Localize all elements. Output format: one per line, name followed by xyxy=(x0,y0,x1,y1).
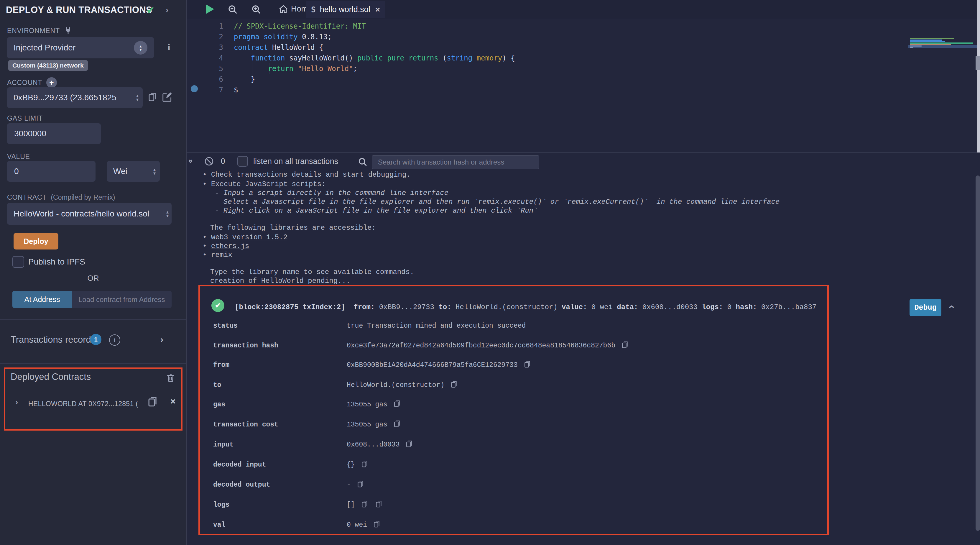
page-scrollbar-thumb[interactable] xyxy=(975,175,980,531)
terminal-log-line: • web3 version 1.5.2 xyxy=(202,233,288,241)
divider xyxy=(0,363,186,364)
close-tab-icon[interactable]: × xyxy=(375,5,380,14)
tx-summary[interactable]: [block:23082875 txIndex:2] from: 0xBB9..… xyxy=(235,303,816,311)
remove-contract-icon[interactable]: × xyxy=(170,396,176,406)
minimap[interactable] xyxy=(910,38,977,50)
web3-link[interactable]: web3 version 1.5.2 xyxy=(211,233,288,241)
listen-transactions-label: listen on all transactions xyxy=(253,157,338,166)
publish-ipfs-checkbox[interactable] xyxy=(13,256,24,268)
copy-icon[interactable] xyxy=(393,422,402,430)
panel-title: DEPLOY & RUN TRANSACTIONS xyxy=(6,5,152,15)
edit-account-icon[interactable] xyxy=(162,91,173,103)
tx-row-val: val0 wei xyxy=(213,520,381,531)
code-line: 7 $ xyxy=(187,84,238,95)
editor-scrollbar-thumb[interactable] xyxy=(975,56,980,70)
plug-icon xyxy=(64,27,72,35)
deployed-contract-expand-icon[interactable]: › xyxy=(15,398,18,407)
terminal-log-line: - Select a Javascript file in the file e… xyxy=(215,198,780,206)
search-icon xyxy=(358,157,368,167)
at-address-button[interactable]: At Address xyxy=(13,291,72,308)
terminal-log-line: - Right click on a JavaScript file in th… xyxy=(215,207,538,215)
copy-icon[interactable] xyxy=(360,503,369,510)
tx-row-gas: gas135055 gas xyxy=(213,399,402,410)
select-caret-icon: ▴▾ xyxy=(134,41,147,54)
zoom-out-icon[interactable] xyxy=(228,4,238,15)
copy-account-icon[interactable] xyxy=(147,91,158,103)
add-account-icon[interactable]: + xyxy=(46,77,57,88)
code-line: 3 contract HelloWorld { xyxy=(187,42,323,53)
tx-row-to: toHelloWorld.(constructor) xyxy=(213,380,458,391)
ethers-link[interactable]: ethers.js xyxy=(211,242,250,250)
deployed-contract-item[interactable]: HELLOWORLD AT 0X972...12851 ( xyxy=(28,400,138,408)
copy-icon[interactable] xyxy=(372,523,381,531)
environment-select[interactable]: Injected Provider ▴▾ xyxy=(7,37,154,58)
transactions-expand-icon[interactable]: › xyxy=(161,335,163,344)
compile-success-icon: ✔ xyxy=(146,5,154,16)
terminal-log-line: • Execute JavaScript scripts: xyxy=(202,180,326,188)
code-line: 5 return "Hello World"; xyxy=(187,64,357,74)
code-line: 2 pragma solidity 0.8.13; xyxy=(187,32,332,42)
home-icon[interactable] xyxy=(278,4,289,14)
tx-row-transaction-cost: transaction cost135055 gas xyxy=(213,419,402,430)
copy-icon[interactable] xyxy=(450,383,458,391)
select-caret-icon: ▴▾ xyxy=(153,167,156,175)
copy-icon[interactable] xyxy=(374,503,383,510)
solidity-file-icon: S xyxy=(311,5,316,14)
deploy-button[interactable]: Deploy xyxy=(14,233,58,250)
copy-contract-icon[interactable] xyxy=(146,395,159,408)
gas-limit-label: GAS LIMIT xyxy=(7,115,43,123)
copy-icon[interactable] xyxy=(405,443,414,450)
listen-transactions-checkbox[interactable] xyxy=(237,156,248,167)
select-caret-icon: ▴▾ xyxy=(164,210,169,218)
tx-row-transaction-hash: transaction hash0xce3fe73a72af027ed842a6… xyxy=(213,340,630,351)
transactions-recorded-label: Transactions recorded xyxy=(11,335,101,345)
deploy-run-panel: DEPLOY & RUN TRANSACTIONS ✔ › ENVIRONMEN… xyxy=(0,0,186,545)
deployed-contracts-title: Deployed Contracts xyxy=(11,371,91,382)
publish-ipfs-label: Publish to IPFS xyxy=(28,257,85,267)
value-label: VALUE xyxy=(7,153,30,161)
tx-row-logs: logs[] xyxy=(213,500,383,510)
environment-label: ENVIRONMENT xyxy=(7,27,72,35)
clear-deployed-trash-icon[interactable] xyxy=(165,372,176,383)
value-input[interactable] xyxy=(14,166,89,176)
divider xyxy=(7,420,180,420)
transactions-info-icon[interactable]: i xyxy=(109,335,120,346)
debug-button[interactable]: Debug xyxy=(910,299,941,316)
environment-info-icon[interactable]: i xyxy=(164,42,174,52)
code-line: 4 function sayHelloWorld() public pure r… xyxy=(187,53,515,64)
tab-hello-world-sol[interactable]: S hello world.sol × xyxy=(306,1,385,18)
code-line: 6 } xyxy=(187,74,255,84)
at-address-input[interactable] xyxy=(78,294,166,304)
panel-collapse-icon[interactable]: › xyxy=(166,5,169,15)
terminal-log-line: • Check transactions details and start d… xyxy=(202,171,411,179)
zoom-in-icon[interactable] xyxy=(251,4,261,15)
or-separator: OR xyxy=(0,274,186,283)
copy-icon[interactable] xyxy=(393,403,402,410)
account-label: ACCOUNT + xyxy=(7,77,57,88)
tx-row-decoded-input: decoded input{} xyxy=(213,459,369,470)
tx-success-icon: ✔ xyxy=(212,299,224,312)
copy-icon[interactable] xyxy=(356,483,365,491)
value-unit-select[interactable]: Wei ▴▾ xyxy=(107,161,160,182)
collapse-terminal-icon[interactable]: ›› xyxy=(186,159,196,162)
run-script-play-icon[interactable] xyxy=(206,5,214,14)
copy-icon[interactable] xyxy=(523,363,532,371)
copy-icon[interactable] xyxy=(620,344,630,351)
contract-label: CONTRACT (Compiled by Remix) xyxy=(7,193,115,201)
chevron-up-icon[interactable]: › xyxy=(945,305,957,309)
gas-limit-input[interactable] xyxy=(14,129,94,139)
tx-row-decoded-output: decoded output- xyxy=(213,480,365,491)
terminal-toolbar: ›› 0 listen on all transactions xyxy=(187,153,980,170)
transactions-count-badge: 1 xyxy=(90,334,102,345)
copy-icon[interactable] xyxy=(360,463,369,470)
clear-console-ban-icon[interactable] xyxy=(204,156,214,167)
editor-scrollbar[interactable] xyxy=(977,0,980,153)
pending-tx-count: 0 xyxy=(221,156,225,166)
contract-select[interactable]: HelloWorld - contracts/hello world.sol ▴… xyxy=(7,203,172,225)
code-area[interactable]: 1 // SPDX-License-Identifier: MIT 2 prag… xyxy=(187,19,980,153)
tx-row-status: statustrue Transaction mined and executi… xyxy=(213,322,526,330)
account-select[interactable]: 0xBB9...29733 (23.6651825 ▴▾ xyxy=(7,87,143,108)
terminal-search-input[interactable] xyxy=(377,158,534,167)
tx-row-input: input0x608...d0033 xyxy=(213,440,414,450)
terminal-search-wrap xyxy=(372,155,539,169)
